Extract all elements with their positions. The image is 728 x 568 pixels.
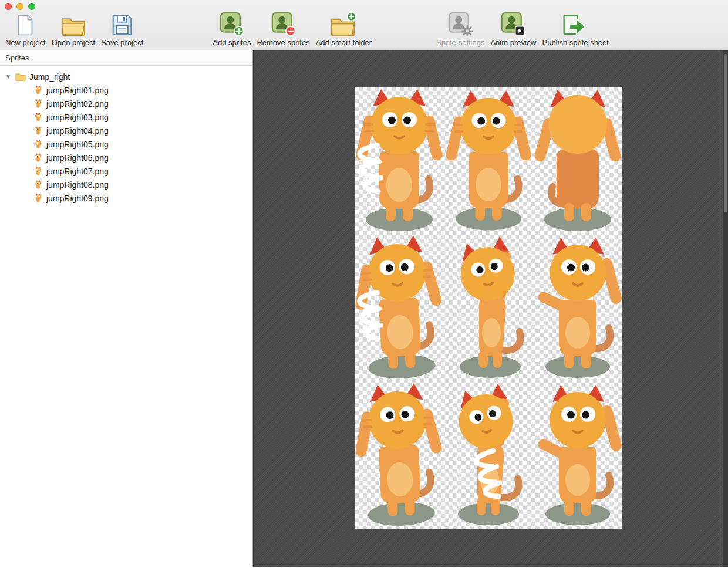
- sprite-frame-jumpRight07[interactable]: [355, 381, 444, 529]
- cat-sprite: [355, 87, 444, 234]
- add-sprites-icon: [220, 13, 244, 36]
- tree-file-row[interactable]: jumpRight09.png: [0, 191, 252, 205]
- sprite-settings-icon: [448, 13, 473, 36]
- sprite-frame-jumpRight02[interactable]: [444, 87, 533, 234]
- add-smart-folder-icon: [331, 13, 356, 36]
- open-project-label: Open project: [52, 38, 95, 47]
- open-project-icon: [61, 13, 86, 36]
- sprite-tree: ▼ Jump_right jumpRight01.png jumpRight02…: [0, 66, 252, 205]
- file-name: jumpRight04.png: [46, 126, 109, 136]
- new-project-label: New project: [5, 38, 46, 47]
- anim-preview-label: Anim preview: [490, 38, 536, 47]
- cat-file-icon: [33, 166, 43, 176]
- file-name: jumpRight09.png: [46, 194, 109, 203]
- add-smart-folder-button[interactable]: Add smart folder: [313, 13, 375, 47]
- minimize-button[interactable]: [16, 3, 23, 10]
- file-name: jumpRight01.png: [46, 86, 109, 95]
- sprite-settings-label: Sprite settings: [436, 38, 484, 47]
- vertical-scrollbar[interactable]: [723, 50, 728, 567]
- tree-file-row[interactable]: jumpRight01.png: [0, 83, 252, 97]
- publish-sprite-sheet-label: Publish sprite sheet: [542, 38, 608, 47]
- sprite-frame-jumpRight09[interactable]: [533, 381, 622, 529]
- app-window: New project Open project: [0, 0, 728, 567]
- cat-sprite: [446, 234, 535, 381]
- cat-sprite: [444, 381, 533, 529]
- file-name: jumpRight02.png: [46, 99, 109, 109]
- cat-file-icon: [33, 139, 43, 149]
- sprite-sheet-preview: [355, 87, 622, 529]
- save-project-button[interactable]: Save project: [98, 13, 146, 47]
- save-project-icon: [112, 13, 133, 36]
- new-project-button[interactable]: New project: [2, 13, 49, 47]
- add-sprites-label: Add sprites: [213, 38, 251, 47]
- new-project-icon: [16, 13, 34, 36]
- folder-icon: [15, 72, 26, 81]
- tree-file-row[interactable]: jumpRight02.png: [0, 97, 252, 110]
- cat-file-icon: [33, 153, 43, 163]
- save-project-label: Save project: [101, 38, 143, 47]
- toolbar: New project Open project: [0, 0, 728, 50]
- file-name: jumpRight07.png: [46, 167, 109, 176]
- cat-file-icon: [33, 85, 43, 95]
- anim-preview-button[interactable]: Anim preview: [487, 13, 539, 47]
- remove-sprites-icon: [271, 13, 296, 36]
- sprite-frame-jumpRight03[interactable]: [533, 87, 622, 234]
- cat-sprite: [533, 87, 622, 234]
- cat-sprite: [444, 88, 532, 233]
- cat-file-icon: [33, 193, 43, 203]
- add-smart-folder-label: Add smart folder: [316, 38, 372, 47]
- cat-file-icon: [33, 112, 43, 122]
- sprite-frame-jumpRight04[interactable]: [355, 234, 444, 381]
- open-project-button[interactable]: Open project: [49, 13, 98, 47]
- publish-sprite-sheet-button[interactable]: Publish sprite sheet: [539, 13, 611, 47]
- tree-file-row[interactable]: jumpRight06.png: [0, 151, 252, 164]
- tree-file-row[interactable]: jumpRight04.png: [0, 124, 252, 137]
- zoom-button[interactable]: [28, 3, 35, 10]
- close-button[interactable]: [5, 3, 12, 10]
- file-name: jumpRight05.png: [46, 140, 109, 149]
- sprite-frame-jumpRight06[interactable]: [533, 234, 622, 381]
- toolbar-items: New project Open project: [0, 0, 728, 50]
- folder-name: Jump_right: [29, 72, 70, 82]
- file-name: jumpRight08.png: [46, 180, 109, 190]
- tree-file-row[interactable]: jumpRight05.png: [0, 137, 252, 151]
- tree-file-row[interactable]: jumpRight08.png: [0, 178, 252, 191]
- cat-sprite: [533, 381, 622, 529]
- cat-file-icon: [33, 126, 43, 136]
- file-name: jumpRight03.png: [46, 113, 109, 122]
- sprite-frame-jumpRight01[interactable]: [355, 87, 444, 234]
- cat-file-icon: [33, 99, 43, 109]
- tree-folder-jump-right[interactable]: ▼ Jump_right: [0, 70, 252, 83]
- remove-sprites-button[interactable]: Remove sprites: [254, 13, 312, 47]
- tree-file-row[interactable]: jumpRight03.png: [0, 110, 252, 124]
- cat-sprite: [351, 380, 447, 530]
- cat-sprite: [350, 232, 447, 384]
- sprite-frame-jumpRight08[interactable]: [444, 381, 533, 529]
- tree-file-row[interactable]: jumpRight07.png: [0, 164, 252, 178]
- publish-sprite-sheet-icon: [562, 13, 588, 36]
- cat-file-icon: [33, 180, 43, 190]
- file-name: jumpRight06.png: [46, 153, 109, 163]
- sprite-settings-button: Sprite settings: [433, 13, 487, 47]
- remove-sprites-label: Remove sprites: [257, 38, 309, 47]
- main-area: Sprites ▼ Jump_right jumpRight01.png jum…: [0, 50, 728, 567]
- traffic-lights: [5, 3, 35, 10]
- sprite-frame-jumpRight05[interactable]: [444, 234, 533, 381]
- sheet-canvas[interactable]: [253, 50, 723, 567]
- anim-preview-icon: [501, 13, 525, 36]
- cat-sprite: [533, 234, 622, 381]
- scrollbar-thumb[interactable]: [724, 54, 727, 212]
- sprites-panel-header: Sprites: [0, 50, 252, 66]
- add-sprites-button[interactable]: Add sprites: [210, 13, 254, 47]
- disclosure-triangle-icon[interactable]: ▼: [5, 73, 12, 80]
- sprites-panel: Sprites ▼ Jump_right jumpRight01.png jum…: [0, 50, 253, 567]
